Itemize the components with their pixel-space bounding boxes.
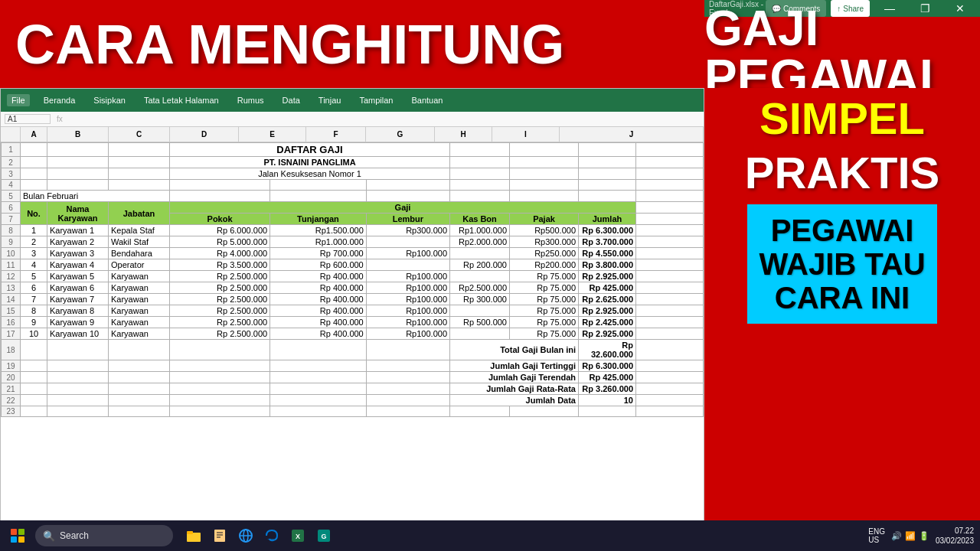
ribbon-tab-bantuan[interactable]: Bantuan: [407, 94, 447, 106]
header-tunjangan: Tunjangan: [270, 214, 367, 225]
table-row: 5 Bulan Februari: [2, 191, 704, 202]
content-area: File Beranda Sisipkan Tata Letak Halaman…: [0, 88, 980, 551]
table-row: 3 Jalan Kesuksesan Nomor 1: [2, 168, 704, 180]
name-box[interactable]: A1: [5, 114, 51, 124]
main-container: CARA MENGHITUNG DaftarGaji.xlsx - Excel …: [0, 0, 980, 551]
taskbar-right: ENG US 🔊 📶 🔋 07.22 03/02/2023: [868, 526, 974, 546]
cyan-line1: PEGAWAI: [759, 214, 925, 247]
header-pajak: Pajak: [510, 214, 579, 225]
ribbon-tab-tinjau[interactable]: Tinjau: [314, 94, 346, 106]
table-row: 20 Jumlah Gaji Terendah Rp 425.000: [2, 372, 704, 383]
win-sq-3: [11, 536, 17, 543]
total-value: Rp 32.600.000: [579, 340, 636, 360]
svg-text:X: X: [296, 533, 300, 540]
svg-text:G: G: [321, 533, 326, 540]
cyan-line2: WAJIB TAU: [759, 247, 925, 281]
cyan-line3: CARA INI: [759, 281, 925, 315]
bulan-text: Bulan Februari: [21, 191, 170, 202]
spreadsheet-area: File Beranda Sisipkan Tata Letak Halaman…: [0, 88, 704, 551]
row-num-6: 6: [2, 202, 21, 214]
ribbon-tab-rumus[interactable]: Rumus: [233, 94, 269, 106]
top-banner: CARA MENGHITUNG DaftarGaji.xlsx - Excel …: [0, 0, 980, 88]
col-header-a: A: [21, 127, 47, 142]
taskbar-notes[interactable]: [208, 524, 231, 547]
col-header-d: D: [170, 127, 239, 142]
col-header-c: C: [109, 127, 170, 142]
ribbon: File Beranda Sisipkan Tata Letak Halaman…: [1, 89, 704, 112]
ribbon-tab-tampilan[interactable]: Tampilan: [354, 94, 397, 106]
taskbar-file-explorer[interactable]: [182, 524, 205, 547]
table-row: 11 4 Karyawan 4 Operator Rp 3.500.000 Rp…: [2, 259, 704, 271]
main-spreadsheet-table: 1 DAFTAR GAJI 2: [1, 142, 704, 417]
ribbon-tab-beranda[interactable]: Beranda: [39, 94, 80, 106]
ribbon-tab-data[interactable]: Data: [278, 94, 305, 106]
time-display: 07.22: [936, 526, 974, 536]
app2-icon: G: [316, 528, 332, 543]
table-row: 6 No. Nama Karyawan Jabatan Gaji: [2, 202, 704, 214]
header-lembur: Lembur: [366, 214, 449, 225]
col-header-row: A B C D E F G H I J: [1, 127, 704, 142]
svg-rect-1: [187, 531, 193, 534]
table-row: 2 PT. ISNAINI PANGLIMA: [2, 157, 704, 168]
folder-icon: [186, 528, 201, 543]
row-num-2: 2: [2, 157, 21, 168]
formula-bar: A1 fx: [1, 112, 704, 127]
svg-rect-2: [214, 530, 225, 542]
daftar-gaji-title: DAFTAR GAJI: [170, 143, 450, 157]
col-header-e: E: [239, 127, 306, 142]
taskbar-edge[interactable]: [260, 524, 283, 547]
table-row: 10 3 Karyawan 3 Bendahara Rp 4.000.000 R…: [2, 248, 704, 259]
edge-icon: [264, 528, 279, 543]
row-num-5: 5: [2, 191, 21, 202]
taskbar-browser[interactable]: [234, 524, 257, 547]
table-wrapper[interactable]: A B C D E F G H I J 1: [1, 127, 704, 550]
taskbar-excel[interactable]: X: [286, 524, 309, 547]
table-row: 13 6 Karyawan 6 Karyawan Rp 2.500.000 Rp…: [2, 282, 704, 294]
tertinggi-label: Jumlah Gaji Tertinggi: [450, 360, 579, 372]
right-panel: SIMPEL PRAKTIS PEGAWAI WAJIB TAU CARA IN…: [704, 88, 980, 551]
header-no: No.: [21, 202, 47, 225]
header-nama: Nama Karyawan: [47, 202, 109, 225]
ribbon-tab-file[interactable]: File: [7, 94, 30, 106]
lang-eng: ENG: [868, 527, 885, 536]
table-row: 17 10 Karyawan 10 Karyawan Rp 2.500.000 …: [2, 328, 704, 340]
praktis-text: PRAKTIS: [745, 150, 940, 197]
header-jabatan: Jabatan: [109, 202, 170, 225]
table-row: 15 8 Karyawan 8 Karyawan Rp 2.500.000 Rp…: [2, 305, 704, 317]
taskbar-lang-indicator: ENG US: [868, 527, 885, 544]
taskbar-system-icons: 🔊 📶 🔋: [891, 531, 929, 541]
tertinggi-value: Rp 6.300.000: [579, 360, 636, 372]
volume-icon: 🔊: [891, 531, 902, 541]
col-header-g: G: [366, 127, 435, 142]
terendah-value: Rp 425.000: [579, 372, 636, 383]
banner-right-text: GAJI PEGAWAI: [704, 4, 980, 102]
win-sq-4: [18, 536, 24, 543]
terendah-label: Jumlah Gaji Terendah: [450, 372, 579, 383]
header-kasbon: Kas Bon: [450, 214, 510, 225]
table-row: 22 Jumlah Data 10: [2, 395, 704, 406]
ribbon-tab-tatalayout[interactable]: Tata Letak Halaman: [139, 94, 224, 106]
ratarata-label: Jumlah Gaji Rata-Rata: [450, 383, 579, 395]
start-button[interactable]: [6, 524, 29, 547]
taskbar-app2[interactable]: G: [312, 524, 335, 547]
taskbar-datetime[interactable]: 07.22 03/02/2023: [936, 526, 974, 546]
lang-us: US: [868, 536, 885, 544]
header-jumlah: Jumlah: [579, 214, 636, 225]
row-num-header: [1, 127, 21, 142]
banner-left-text: CARA MENGHITUNG: [8, 17, 564, 72]
win-sq-1: [11, 529, 17, 535]
browser-icon: [238, 528, 253, 543]
table-row: 16 9 Karyawan 9 Karyawan Rp 2.500.000 Rp…: [2, 317, 704, 328]
jumlahdata-value: 10: [579, 395, 636, 406]
col-header-i: I: [492, 127, 560, 142]
table-row: 19 Jumlah Gaji Tertinggi Rp 6.300.000: [2, 360, 704, 372]
ribbon-tab-sisipkan[interactable]: Sisipkan: [89, 94, 130, 106]
row-num-4: 4: [2, 180, 21, 191]
search-bar-label: Search: [60, 530, 89, 541]
search-bar[interactable]: 🔍 Search: [35, 525, 173, 546]
excel-icon: X: [290, 528, 305, 543]
ratarata-value: Rp 3.260.000: [579, 383, 636, 395]
table-row: 18 Total Gaji Bulan ini Rp 32.600.000: [2, 340, 704, 360]
formula-separator: fx: [57, 115, 63, 123]
jumlahdata-label: Jumlah Data: [450, 395, 579, 406]
